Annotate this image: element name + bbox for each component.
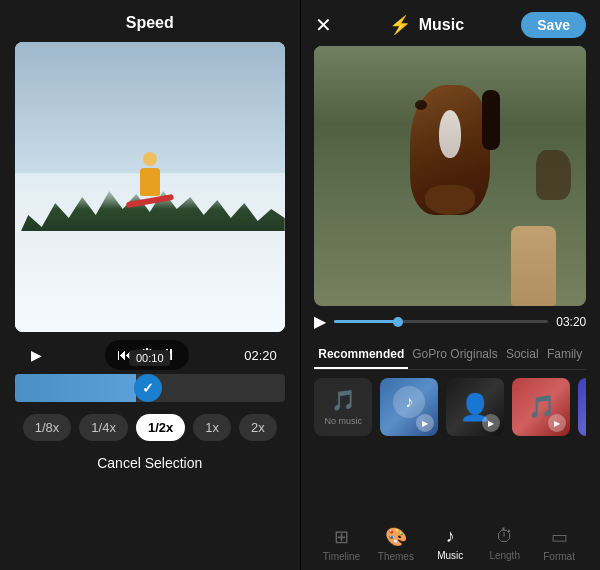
nav-item-format[interactable]: ▭ Format	[532, 526, 586, 562]
speed-btn-1-8x[interactable]: 1/8x	[23, 414, 72, 441]
left-timestamp: 02:20	[244, 348, 277, 363]
snow-background	[15, 42, 285, 332]
tab-recommended[interactable]: Recommended	[314, 341, 408, 369]
music-item-2[interactable]: 👤 ▶	[446, 378, 504, 436]
left-play-button[interactable]: ▶	[23, 341, 51, 369]
music-item-3[interactable]: 🎵 ▶	[512, 378, 570, 436]
length-label: Length	[489, 550, 520, 561]
horse-figure	[395, 85, 505, 245]
bottom-nav: ⊞ Timeline 🎨 Themes ♪ Music ⏱ Length ▭ F…	[314, 526, 586, 562]
horse-white-marking	[439, 110, 461, 158]
horse-nose	[425, 185, 475, 215]
nav-item-length[interactable]: ⏱ Length	[477, 526, 531, 562]
music-icon: ♪	[446, 526, 455, 547]
tab-family[interactable]: Family	[543, 341, 586, 369]
scrubber-time-bubble: 00:10	[129, 350, 171, 366]
tab-gopro-originals[interactable]: GoPro Originals	[408, 341, 501, 369]
speed-options: 1/8x 1/4x 1/2x 1x 2x	[23, 414, 277, 441]
scrubber-track[interactable]	[15, 374, 285, 402]
scrubber-fill	[15, 374, 137, 402]
music-label: Music	[437, 550, 463, 561]
right-video-preview	[314, 46, 586, 306]
nav-item-timeline[interactable]: ⊞ Timeline	[314, 526, 368, 562]
hand	[511, 226, 556, 306]
music-item-4[interactable]: 🎸 ▶	[578, 378, 586, 436]
bolt-icon: ⚡	[389, 14, 411, 36]
scrubber-thumb[interactable]	[134, 374, 162, 402]
horse-mane-right	[482, 90, 500, 150]
themes-icon: 🎨	[385, 526, 407, 548]
speed-btn-1-4x[interactable]: 1/4x	[79, 414, 128, 441]
speed-btn-1x[interactable]: 1x	[193, 414, 231, 441]
save-button[interactable]: Save	[521, 12, 586, 38]
right-panel: ✕ ⚡ Music Save ▶ 03:20	[301, 0, 601, 570]
no-music-icon: 🎵	[331, 388, 356, 412]
right-play-button[interactable]: ▶	[314, 312, 326, 331]
music-items-row: 🎵 No music ♪ ▶ 👤 ▶ 🎵 ▶ 🎸 ▶	[314, 378, 586, 436]
timeline-icon: ⊞	[334, 526, 349, 548]
tab-social[interactable]: Social	[502, 341, 543, 369]
snowboarder-head	[143, 152, 157, 166]
music-item-no-music[interactable]: 🎵 No music	[314, 378, 372, 436]
speed-btn-2x[interactable]: 2x	[239, 414, 277, 441]
scrubber-container: 00:10	[15, 374, 285, 402]
track-1-play: ▶	[416, 414, 434, 432]
track-1-icon: ♪	[405, 393, 413, 411]
left-panel-title: Speed	[126, 0, 174, 42]
right-timestamp: 03:20	[556, 315, 586, 329]
themes-label: Themes	[378, 551, 414, 562]
cancel-selection-button[interactable]: Cancel Selection	[97, 455, 202, 471]
right-progress-dot	[393, 317, 403, 327]
right-progress-fill	[334, 320, 398, 323]
close-button[interactable]: ✕	[315, 15, 332, 35]
snowboarder-body	[140, 168, 160, 196]
right-progress-bar[interactable]	[334, 320, 548, 323]
snow-ground	[15, 231, 285, 333]
format-icon: ▭	[551, 526, 568, 548]
music-tabs: Recommended GoPro Originals Social Famil…	[314, 341, 586, 370]
right-playback-controls: ▶ 03:20	[314, 312, 586, 331]
nav-item-music[interactable]: ♪ Music	[423, 526, 477, 562]
music-item-1[interactable]: ♪ ▶	[380, 378, 438, 436]
snowboarder	[125, 152, 175, 202]
nav-item-themes[interactable]: 🎨 Themes	[369, 526, 423, 562]
header-center: ⚡ Music	[389, 14, 464, 36]
speed-btn-1-2x[interactable]: 1/2x	[136, 414, 185, 441]
horse-background	[536, 150, 571, 200]
no-music-label: No music	[324, 416, 362, 426]
timeline-label: Timeline	[323, 551, 360, 562]
track-4-icon: 🎸	[578, 378, 586, 436]
track-1-circle: ♪	[393, 386, 425, 418]
horse-eye	[415, 100, 427, 110]
format-label: Format	[543, 551, 575, 562]
horse-head	[410, 85, 490, 215]
right-header: ✕ ⚡ Music Save	[301, 0, 601, 46]
left-video-preview	[15, 42, 285, 332]
length-icon: ⏱	[496, 526, 514, 547]
right-panel-title: Music	[419, 16, 464, 34]
left-panel: Speed ▶ ⏮ ⚙ ⏸ 02:20 00:10 1/8x	[0, 0, 300, 570]
